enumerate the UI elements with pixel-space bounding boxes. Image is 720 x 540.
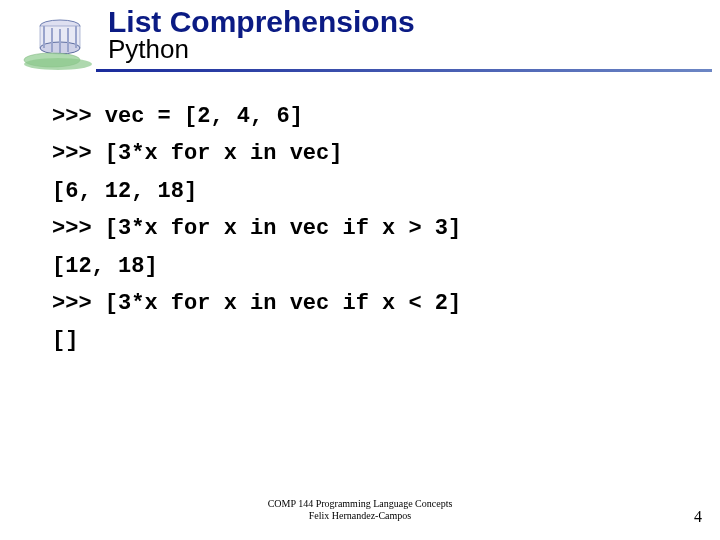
slide-footer: COMP 144 Programming Language Concepts F… bbox=[0, 498, 720, 522]
well-logo bbox=[10, 4, 98, 72]
code-line: [12, 18] bbox=[52, 248, 720, 285]
slide-subtitle: Python bbox=[108, 36, 720, 63]
page-number: 4 bbox=[694, 508, 702, 526]
code-line: [6, 12, 18] bbox=[52, 173, 720, 210]
code-line: >>> [3*x for x in vec] bbox=[52, 135, 720, 172]
code-line: >>> [3*x for x in vec if x < 2] bbox=[52, 285, 720, 322]
footer-line-1: COMP 144 Programming Language Concepts bbox=[0, 498, 720, 510]
svg-point-9 bbox=[24, 58, 92, 70]
footer-line-2: Felix Hernandez-Campos bbox=[0, 510, 720, 522]
header-rule bbox=[96, 69, 712, 72]
slide-title: List Comprehensions bbox=[108, 6, 720, 38]
code-line: >>> [3*x for x in vec if x > 3] bbox=[52, 210, 720, 247]
code-block: >>> vec = [2, 4, 6] >>> [3*x for x in ve… bbox=[0, 72, 720, 360]
code-line: >>> vec = [2, 4, 6] bbox=[52, 98, 720, 135]
code-line: [] bbox=[52, 322, 720, 359]
slide-header: List Comprehensions Python bbox=[0, 0, 720, 72]
